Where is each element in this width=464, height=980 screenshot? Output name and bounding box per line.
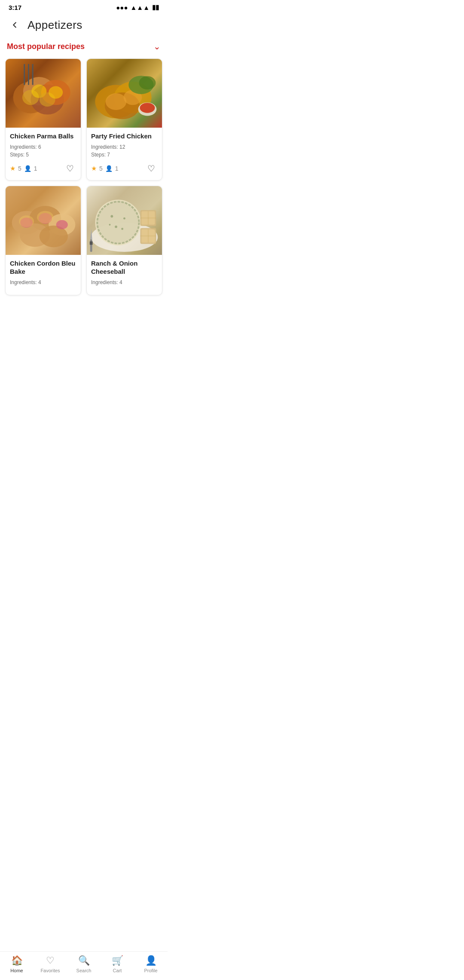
recipe-body-chicken-parma-balls: Chicken Parma Balls Ingredients: 6 Steps… — [6, 128, 81, 180]
search-icon: 🔍 — [78, 955, 90, 966]
svg-point-7 — [49, 86, 63, 98]
recipe-grid: Chicken Parma Balls Ingredients: 6 Steps… — [0, 58, 168, 295]
nav-label-search: Search — [76, 968, 92, 973]
recipe-title-party-fried-chicken: Party Fried Chicken — [91, 132, 158, 141]
nav-label-favorites: Favorites — [40, 968, 60, 973]
nav-item-favorites[interactable]: ♡ Favorites — [37, 955, 63, 973]
wifi-icon: ●●● — [116, 4, 128, 11]
back-button[interactable] — [7, 17, 22, 33]
svg-point-28 — [19, 215, 34, 227]
nav-item-search[interactable]: 🔍 Search — [71, 955, 97, 973]
rating-value: 5 — [18, 165, 21, 172]
favorite-button-party-fried-chicken[interactable]: ♡ — [145, 162, 158, 175]
people-value: 1 — [34, 165, 37, 172]
svg-point-27 — [56, 220, 68, 229]
app-header: Appetizers — [0, 13, 168, 40]
nav-label-home: Home — [10, 968, 23, 973]
cart-icon: 🛒 — [112, 955, 123, 966]
star-icon: ★ — [91, 165, 97, 172]
recipe-body-chicken-cordon-bleu-bake: Chicken Cordon Bleu Bake Ingredients: 4 — [6, 255, 81, 295]
battery-icon: ▮▮ — [152, 3, 159, 11]
recipe-title-chicken-cordon-bleu-bake: Chicken Cordon Bleu Bake — [10, 259, 76, 276]
svg-point-17 — [139, 76, 156, 89]
recipe-footer-chicken-parma-balls: ★ 5 👤 1 ♡ — [10, 162, 76, 175]
nav-item-profile[interactable]: 👤 Profile — [138, 955, 164, 973]
svg-point-19 — [140, 103, 155, 113]
recipe-body-party-fried-chicken: Party Fried Chicken Ingredients: 12 Step… — [87, 128, 162, 180]
svg-rect-47 — [90, 239, 92, 251]
status-icons: ●●● ▲▲▲ ▮▮ — [116, 3, 159, 11]
people-icon: 👤 — [105, 165, 113, 172]
recipe-stats-party-fried-chicken: ★ 5 👤 1 — [91, 165, 119, 172]
filter-bar[interactable]: Most popular recipes ⌄ — [0, 40, 168, 58]
recipe-image-party-fried-chicken — [87, 59, 162, 128]
status-bar: 3:17 ●●● ▲▲▲ ▮▮ — [0, 0, 168, 13]
svg-point-36 — [115, 225, 117, 228]
rating-value: 5 — [99, 165, 103, 172]
nav-item-home[interactable]: 🏠 Home — [4, 955, 30, 973]
filter-label: Most popular recipes — [7, 42, 85, 51]
status-time: 3:17 — [9, 4, 21, 11]
recipe-footer-party-fried-chicken: ★ 5 👤 1 ♡ — [91, 162, 158, 175]
recipe-meta-party-fried-chicken: Ingredients: 12 Steps: 7 — [91, 143, 158, 159]
recipe-image-chicken-cordon-bleu-bake — [6, 186, 81, 255]
people-icon: 👤 — [24, 165, 31, 172]
svg-point-38 — [109, 224, 111, 225]
recipe-card-party-fried-chicken[interactable]: Party Fried Chicken Ingredients: 12 Step… — [86, 58, 162, 181]
svg-point-35 — [123, 217, 125, 219]
recipe-meta-ranch-onion-cheeseball: Ingredients: 4 — [91, 279, 158, 286]
favorite-button-chicken-parma-balls[interactable]: ♡ — [64, 162, 76, 175]
chevron-down-icon: ⌄ — [153, 41, 161, 52]
heart-icon: ♡ — [147, 163, 155, 174]
recipe-meta-chicken-parma-balls: Ingredients: 6 Steps: 5 — [10, 143, 76, 159]
recipe-meta-chicken-cordon-bleu-bake: Ingredients: 4 — [10, 279, 76, 286]
signal-icon: ▲▲▲ — [130, 4, 150, 11]
nav-label-cart: Cart — [113, 968, 122, 973]
recipe-title-chicken-parma-balls: Chicken Parma Balls — [10, 132, 76, 141]
profile-icon: 👤 — [145, 955, 157, 966]
bottom-nav: 🏠 Home ♡ Favorites 🔍 Search 🛒 Cart 👤 Pro… — [0, 951, 168, 980]
nav-label-profile: Profile — [144, 968, 157, 973]
recipe-card-ranch-onion-cheeseball[interactable]: Ranch & Onion Cheeseball Ingredients: 4 — [86, 186, 162, 295]
svg-point-34 — [110, 215, 113, 217]
recipe-body-ranch-onion-cheeseball: Ranch & Onion Cheeseball Ingredients: 4 — [87, 255, 162, 295]
star-icon: ★ — [10, 165, 15, 172]
heart-icon: ♡ — [66, 163, 74, 174]
nav-item-cart[interactable]: 🛒 Cart — [104, 955, 130, 973]
recipe-card-chicken-parma-balls[interactable]: Chicken Parma Balls Ingredients: 6 Steps… — [5, 58, 81, 181]
recipe-card-chicken-cordon-bleu-bake[interactable]: Chicken Cordon Bleu Bake Ingredients: 4 — [5, 186, 81, 295]
home-icon: 🏠 — [11, 955, 23, 966]
recipe-title-ranch-onion-cheeseball: Ranch & Onion Cheeseball — [91, 259, 158, 276]
svg-point-14 — [106, 93, 127, 110]
recipe-stats-chicken-parma-balls: ★ 5 👤 1 — [10, 165, 37, 172]
favorites-icon: ♡ — [46, 955, 55, 966]
people-value: 1 — [115, 165, 119, 172]
page-title: Appetizers — [27, 18, 82, 32]
svg-rect-49 — [90, 241, 93, 245]
recipe-image-chicken-parma-balls — [6, 59, 81, 128]
svg-point-29 — [37, 211, 54, 223]
svg-point-37 — [121, 228, 123, 230]
recipe-image-ranch-onion-cheeseball — [87, 186, 162, 255]
main-content: Most popular recipes ⌄ — [0, 40, 168, 330]
